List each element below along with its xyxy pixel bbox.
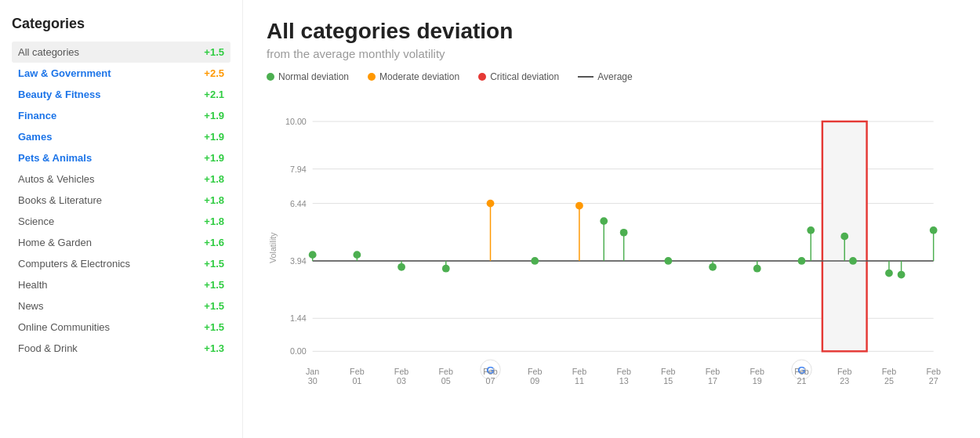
dot-feb01 [353,251,361,259]
sidebar-item-value-14: +1.3 [204,342,224,354]
sidebar-item-4[interactable]: Games+1.9 [12,126,230,147]
sidebar-item-label-9: Home & Garden [18,237,92,248]
sidebar-item-3[interactable]: Finance+1.9 [12,105,230,126]
x-label-feb25-day: 25 [884,376,894,386]
sidebar-item-2[interactable]: Beauty & Fitness+2.1 [12,84,230,105]
sidebar-item-6[interactable]: Autos & Vehicles+1.8 [12,168,230,190]
sidebar-item-value-0: +1.5 [204,46,224,58]
sidebar-item-value-3: +1.9 [204,110,224,121]
y-label-794: 7.94 [290,165,307,174]
x-label-feb17-day: 17 [708,376,717,386]
moderate-deviation-icon [368,73,376,81]
dot-feb13b [620,229,628,237]
x-label-feb27: Feb [926,367,941,376]
legend-average: Average [578,71,632,82]
dot-feb03 [397,263,405,271]
legend-average-label: Average [597,71,632,82]
sidebar-item-value-9: +1.6 [204,237,224,248]
sidebar-item-label-10: Computers & Electronics [18,258,130,270]
sidebar-item-value-4: +1.9 [204,131,224,143]
legend-normal-label: Normal deviation [278,71,349,82]
sidebar-item-8[interactable]: Science+1.8 [12,211,230,232]
x-label-feb13: Feb [616,367,631,376]
main-content: All categories deviation from the averag… [243,0,980,438]
sidebar-item-10[interactable]: Computers & Electronics+1.5 [12,253,230,274]
sidebar-item-label-3: Finance [18,110,56,121]
sidebar-item-1[interactable]: Law & Government+2.5 [12,63,230,84]
y-label-644: 6.44 [290,199,307,208]
sidebar-item-13[interactable]: Online Communities+1.5 [12,317,230,338]
chart-legend: Normal deviation Moderate deviation Crit… [267,71,956,82]
sidebar-item-value-13: +1.5 [204,321,224,333]
sidebar-item-label-6: Autos & Vehicles [18,173,95,185]
chart-title: All categories deviation [267,19,956,44]
sidebar-item-label-4: Games [18,131,52,143]
x-label-feb01: Feb [350,367,365,376]
sidebar-item-12[interactable]: News+1.5 [12,295,230,317]
dot-feb07 [487,200,495,208]
sidebar-item-value-11: +1.5 [204,279,224,291]
x-label-feb05: Feb [439,367,454,376]
dot-feb13a [600,217,608,225]
dot-feb25b [898,271,906,279]
sidebar-item-label-8: Science [18,215,54,227]
average-line-icon [578,76,593,78]
sidebar-item-5[interactable]: Pets & Animals+1.9 [12,147,230,168]
y-label-10: 10.00 [285,117,307,126]
sidebar-item-label-11: Health [18,279,48,291]
sidebar-item-value-2: +2.1 [204,89,224,100]
dot-jan30 [309,251,317,259]
sidebar-item-label-0: All categories [18,46,79,58]
sidebar-item-label-7: Books & Literature [18,194,102,206]
chart-area: 10.00 7.94 6.44 3.94 1.44 0.00 Volatilit… [267,89,956,430]
x-label-feb25: Feb [882,367,897,376]
x-label-feb15-day: 15 [663,376,673,386]
x-label-feb13-day: 13 [619,376,629,386]
sidebar-item-14[interactable]: Food & Drink+1.3 [12,338,230,359]
sidebar-title: Categories [12,16,230,32]
x-label-feb23: Feb [837,367,852,376]
x-label-feb27-day: 27 [929,376,938,386]
sidebar-item-label-1: Law & Government [18,67,111,79]
x-label-feb07-day: 07 [486,376,495,386]
sidebar-item-value-6: +1.8 [204,173,224,185]
legend-critical: Critical deviation [478,71,559,82]
x-label-feb03-day: 03 [397,376,406,386]
categories-sidebar: Categories All categories+1.5Law & Gover… [0,0,243,438]
sidebar-item-11[interactable]: Health+1.5 [12,274,230,295]
y-label-144: 1.44 [290,313,307,323]
sidebar-item-value-12: +1.5 [204,300,224,312]
dot-feb09 [531,257,539,265]
sidebar-item-9[interactable]: Home & Garden+1.6 [12,232,230,253]
dot-feb05 [442,265,450,273]
sidebar-item-value-10: +1.5 [204,258,224,270]
x-label-feb19-day: 19 [753,376,762,386]
dot-feb23b [849,257,857,265]
x-label-jan30-day: 30 [308,376,318,386]
x-label-feb03: Feb [394,367,409,376]
chart-subtitle: from the average monthly volatility [267,47,956,60]
sidebar-item-label-14: Food & Drink [18,342,78,354]
x-label-feb07: Feb [483,367,498,376]
legend-moderate: Moderate deviation [368,71,459,82]
legend-moderate-label: Moderate deviation [379,71,459,82]
sidebar-item-0[interactable]: All categories+1.5 [12,42,230,63]
x-label-jan30: Jan [306,367,319,376]
dot-feb23a [840,233,848,241]
x-label-feb21-day: 21 [797,376,807,386]
sidebar-item-label-5: Pets & Animals [18,152,92,164]
x-axis: Jan 30 Feb 01 Feb 03 Feb 05 Feb 07 Feb 0… [306,367,941,386]
x-label-feb11-day: 11 [575,376,584,386]
sidebar-item-value-5: +1.9 [204,152,224,164]
sidebar-item-7[interactable]: Books & Literature+1.8 [12,190,230,211]
x-label-feb11: Feb [572,367,587,376]
normal-deviation-icon [267,73,274,81]
dot-feb17 [709,263,717,271]
x-label-feb09: Feb [528,367,543,376]
y-label-0: 0.00 [290,346,307,356]
x-label-feb19: Feb [750,367,765,376]
dot-feb21b [807,226,815,234]
x-label-feb17: Feb [706,367,720,376]
dot-feb15 [664,257,672,265]
sidebar-item-value-8: +1.8 [204,215,224,227]
